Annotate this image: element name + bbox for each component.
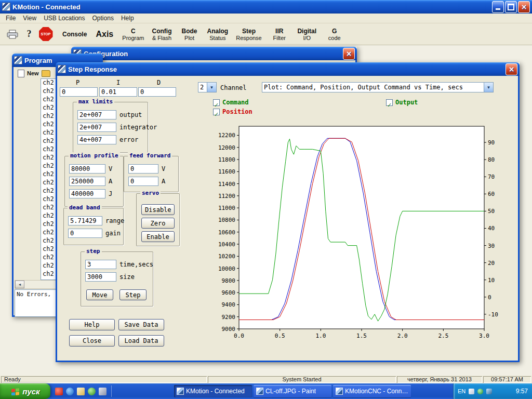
svg-text:11400: 11400: [218, 181, 235, 188]
step-fields: time,secssize: [85, 259, 153, 282]
i-gain-input[interactable]: [99, 87, 137, 97]
svg-text:10600: 10600: [218, 229, 235, 236]
svg-text:1.0: 1.0: [315, 332, 326, 339]
dead-band-gain-input[interactable]: [68, 229, 102, 238]
output-limit-input[interactable]: [77, 110, 116, 119]
step-button[interactable]: Step: [119, 289, 147, 300]
disable-button[interactable]: Disable: [141, 204, 175, 215]
close-button[interactable]: [343, 48, 355, 60]
velocity-input[interactable]: [69, 164, 105, 174]
group-title: servo: [140, 190, 161, 196]
svg-text:-10: -10: [488, 311, 498, 318]
menu-item-usb-locations[interactable]: USB Locations: [40, 15, 88, 22]
taskbar-separator: [111, 385, 112, 397]
feed-forward-velocity-input[interactable]: [128, 164, 158, 174]
close-button[interactable]: Close: [69, 335, 115, 347]
dead-band-range-input[interactable]: [68, 216, 102, 225]
feed-forward-acceleration-input[interactable]: [128, 177, 158, 186]
close-button[interactable]: [506, 63, 517, 75]
plot-type-select[interactable]: Plot: Command, Position, Output Command …: [262, 82, 494, 92]
main-toolbar: ConsoleAxisCProgramConfig& FlashBodePlot…: [0, 23, 532, 45]
step-time-input[interactable]: [85, 260, 116, 269]
language-indicator[interactable]: EN: [458, 388, 466, 394]
close-button[interactable]: [518, 1, 530, 13]
minimize-button[interactable]: [492, 1, 504, 13]
configuration-titlebar[interactable]: Configuration: [71, 47, 357, 60]
maximize-button[interactable]: [505, 1, 517, 13]
chevron-down-icon: [207, 83, 216, 92]
window-icon: [336, 388, 343, 395]
menu-item-options[interactable]: Options: [89, 15, 117, 22]
position-checkbox-label: Position: [222, 108, 252, 115]
toolbar-button-console[interactable]: Console: [62, 25, 87, 44]
toolbar-button-axis[interactable]: Axis: [95, 25, 114, 44]
close-icon: [346, 50, 352, 57]
toolbar-button-bode-plot[interactable]: BodePlot: [180, 25, 200, 44]
position-checkbox[interactable]: Position: [213, 108, 252, 115]
toolbar-button-c-program[interactable]: CProgram: [122, 25, 144, 44]
quick-launch-icon[interactable]: [99, 388, 107, 395]
group-title: feed forward: [128, 152, 172, 159]
windows-flag-icon: [10, 387, 20, 395]
tray-icon[interactable]: [486, 389, 492, 394]
main-titlebar[interactable]: KMotion - Connected: [0, 0, 532, 14]
jerk-input[interactable]: [69, 189, 105, 198]
output-checkbox[interactable]: Output: [386, 99, 418, 106]
help-button[interactable]: Help: [69, 319, 115, 330]
start-button[interactable]: пуск: [0, 383, 50, 399]
status-bar: Ready System Started четверг, Январь 31 …: [0, 376, 532, 383]
menu-bar: FileViewUSB LocationsOptionsHelp: [0, 14, 532, 23]
window-icon: [256, 388, 263, 395]
print-icon[interactable]: [4, 26, 21, 43]
toolbar-button-digital-i-o[interactable]: DigitalI/O: [297, 25, 317, 44]
toolbar-button-analog-status[interactable]: AnalogStatus: [207, 25, 229, 44]
tray-icon[interactable]: [477, 389, 483, 394]
field-label: output: [119, 111, 142, 118]
enable-button[interactable]: Enable: [141, 231, 175, 242]
quick-launch-icon[interactable]: [55, 388, 63, 395]
toolbar-button-config-flash[interactable]: Config& Flash: [152, 25, 172, 44]
step-size-input[interactable]: [85, 272, 116, 282]
taskbar-button-cl-off-jpg-paint[interactable]: CL-off.JPG - Paint: [254, 385, 331, 397]
app-icon: [58, 65, 66, 73]
scroll-left-arrow[interactable]: [15, 281, 24, 288]
taskbar-button-kmotioncnc-conne[interactable]: KMotionCNC - Conne...: [333, 385, 411, 397]
quick-launch-icon[interactable]: [66, 388, 74, 395]
window-title: Configuration: [84, 50, 340, 58]
menu-item-help[interactable]: Help: [117, 15, 138, 22]
help-icon[interactable]: [21, 26, 37, 43]
toolbar-button-iir-filter[interactable]: IIRFilter: [270, 25, 289, 44]
command-checkbox[interactable]: Command: [213, 99, 249, 106]
volume-icon[interactable]: [469, 389, 474, 394]
open-file-icon[interactable]: [42, 70, 50, 77]
toolbar-button-g-code[interactable]: Gcode: [325, 25, 344, 44]
field-label: gain: [105, 230, 121, 237]
toolbar-button-step-response[interactable]: StepResponse: [236, 25, 262, 44]
new-file-icon: [18, 70, 24, 77]
new-button[interactable]: New: [27, 70, 39, 76]
close-icon: [521, 3, 527, 10]
menu-item-view[interactable]: View: [19, 15, 40, 22]
channel-select[interactable]: 2: [198, 82, 217, 92]
step-response-titlebar[interactable]: Step Response: [56, 62, 520, 76]
menu-item-file[interactable]: File: [2, 15, 19, 22]
integrator-limit-input[interactable]: [77, 123, 116, 132]
p-gain-input[interactable]: [60, 87, 98, 97]
d-gain-input[interactable]: [138, 87, 176, 97]
max-limits-fields: outputintegratorerror: [77, 110, 157, 145]
svg-text:40: 40: [488, 225, 495, 232]
error-limit-input[interactable]: [77, 135, 116, 144]
taskbar-button-kmotion-connected[interactable]: KMotion - Connected: [174, 385, 252, 397]
load-data-button[interactable]: Load Data: [118, 335, 164, 347]
maximize-icon: [508, 4, 514, 10]
zero-button[interactable]: Zero: [141, 218, 175, 229]
field-label: time,secs: [119, 261, 153, 268]
quick-launch-icon[interactable]: [77, 388, 85, 395]
svg-text:11800: 11800: [218, 156, 235, 163]
save-data-button[interactable]: Save Data: [118, 319, 164, 330]
acceleration-input[interactable]: [69, 177, 105, 186]
move-button[interactable]: Move: [86, 289, 113, 300]
quick-launch-icon[interactable]: [88, 388, 96, 395]
field-row: A: [69, 176, 112, 187]
stop-button[interactable]: [37, 26, 54, 43]
